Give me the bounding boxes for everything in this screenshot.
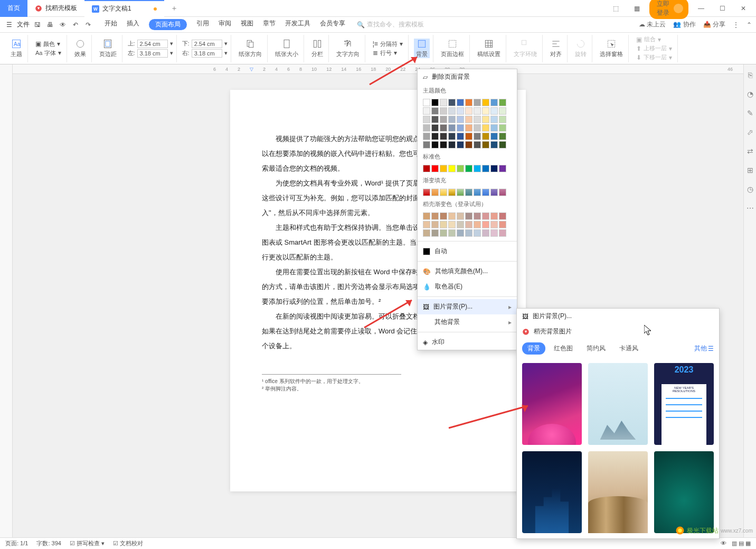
- filter-other[interactable]: 其他 ☰: [694, 344, 714, 353]
- file-menu[interactable]: 文件: [17, 20, 30, 29]
- docer-background-option[interactable]: 稻壳背景图片: [517, 324, 719, 339]
- new-tab-button[interactable]: ＋: [164, 4, 184, 13]
- bg-thumb-6[interactable]: [654, 451, 714, 533]
- line-numbers-button[interactable]: ≣ 行号▾: [371, 49, 405, 57]
- style-icon[interactable]: ◔: [747, 90, 753, 98]
- margin-right-input[interactable]: 右:3.18 cm▾: [182, 49, 228, 58]
- view-mode-icon[interactable]: 👁: [721, 540, 726, 547]
- align-button[interactable]: 对齐: [548, 39, 564, 58]
- footnotes: ¹ office 系列软件中的一款，用于处理文字。 ² 举例脚注内容。: [262, 374, 401, 393]
- filter-background[interactable]: 背景: [522, 342, 545, 355]
- theme-color-grid[interactable]: [418, 97, 517, 151]
- menu-icon[interactable]: ☰: [4, 21, 14, 29]
- tools-icon[interactable]: ⊞: [747, 166, 753, 174]
- bg-thumb-5[interactable]: [588, 451, 648, 533]
- grid-paper-button[interactable]: 稿纸设置: [475, 39, 503, 58]
- eyedropper-item[interactable]: 💧取色器(E): [418, 279, 517, 294]
- preview-icon[interactable]: 👁: [58, 21, 68, 29]
- margin-left-input[interactable]: 左:3.18 cm▾: [128, 49, 173, 58]
- orientation-button[interactable]: 纸张方向: [237, 39, 264, 58]
- more-icon[interactable]: ⋮: [733, 21, 739, 29]
- bg-thumb-4[interactable]: [522, 451, 582, 533]
- paper-size-button[interactable]: 纸张大小: [273, 39, 300, 58]
- font-button[interactable]: Aa 字体▾: [33, 49, 63, 57]
- tab-page-layout[interactable]: 页面布局: [149, 19, 187, 30]
- other-background-item[interactable]: 其他背景▸: [418, 314, 517, 330]
- background-thumbnails: 2023NEW YEAR'S RESOLUTIONS: [517, 358, 719, 538]
- columns-button[interactable]: 分栏: [309, 39, 325, 58]
- tab-insert[interactable]: 插入: [127, 19, 139, 30]
- collapse-ribbon-icon[interactable]: ⌃: [746, 21, 752, 29]
- status-bar: 页面: 1/1 字数: 394 ☑ 拼写检查 ▾ ☑ 文档校对 👁 ▥ ▤ ▦: [0, 537, 756, 549]
- margins-button[interactable]: 页边距: [97, 39, 119, 58]
- undo-icon[interactable]: ↶: [71, 21, 80, 29]
- bg-thumb-3[interactable]: 2023NEW YEAR'S RESOLUTIONS: [654, 363, 714, 445]
- apps-icon[interactable]: ▦: [628, 5, 645, 12]
- maximize-button[interactable]: ☐: [714, 5, 731, 12]
- layout-icons[interactable]: ▥ ▤ ▦: [732, 540, 751, 547]
- collab-button[interactable]: 👥 协作: [673, 20, 695, 29]
- bring-forward-button[interactable]: ⬆ 上移一层▾: [634, 44, 674, 52]
- send-backward-button[interactable]: ⬇ 下移一层▾: [634, 53, 674, 61]
- more-colors-item[interactable]: 🎨其他填充颜色(M)...: [418, 264, 517, 279]
- margin-top-input[interactable]: 上:2.54 cm▾: [128, 40, 173, 48]
- tab-document[interactable]: W 文字文稿1: [84, 0, 164, 17]
- edit-icon[interactable]: ✎: [747, 109, 753, 117]
- margin-bottom-input[interactable]: 下:2.54 cm▾: [182, 40, 228, 48]
- gradient-row[interactable]: [418, 187, 517, 198]
- tab-references[interactable]: 引用: [196, 19, 209, 30]
- bg-thumb-2[interactable]: [588, 363, 648, 445]
- font-color-button[interactable]: ▣ 颜色▾: [33, 40, 63, 48]
- svg-text:字: 字: [344, 40, 351, 46]
- standard-color-row[interactable]: [418, 163, 517, 174]
- picture-background-option[interactable]: 🖼图片背景(P)...: [517, 309, 719, 324]
- print-icon[interactable]: 🖶: [45, 21, 55, 29]
- watermark-item[interactable]: ◈水印: [418, 334, 517, 350]
- tab-review[interactable]: 审阅: [219, 19, 231, 30]
- picture-background-item[interactable]: 🖼图片背景(P)...▸: [418, 299, 517, 314]
- pin-icon[interactable]: ⎘: [748, 71, 752, 79]
- spell-check[interactable]: ☑ 拼写检查 ▾: [70, 539, 105, 547]
- filter-minimal[interactable]: 简约风: [581, 342, 611, 355]
- background-button[interactable]: 背景: [414, 39, 430, 58]
- share-button[interactable]: 📤 分享: [703, 20, 725, 29]
- rotate-button[interactable]: 旋转: [573, 39, 589, 58]
- tab-developer[interactable]: 开发工具: [285, 19, 310, 30]
- filter-cartoon[interactable]: 卡通风: [614, 342, 644, 355]
- text-direction-button[interactable]: 字文字方向: [334, 39, 362, 58]
- save-icon[interactable]: 🖫: [33, 21, 42, 29]
- command-search[interactable]: 🔍 查找命令、搜索模板: [357, 20, 424, 29]
- tab-templates[interactable]: 找稻壳模板: [27, 0, 84, 17]
- settings-icon[interactable]: ⇄: [747, 147, 753, 155]
- word-count[interactable]: 字数: 394: [36, 539, 61, 547]
- remove-background-item[interactable]: ▱删除页面背景: [418, 69, 517, 85]
- text-wrap-button[interactable]: 文字环绕: [512, 39, 539, 58]
- filter-red[interactable]: 红色图: [549, 342, 578, 355]
- breaks-button[interactable]: ¦≡ 分隔符▾: [371, 40, 405, 48]
- more-tools-icon[interactable]: ⋯: [746, 204, 754, 212]
- page-indicator[interactable]: 页面: 1/1: [5, 539, 28, 547]
- auto-color-item[interactable]: 自动: [418, 244, 517, 259]
- effects-button[interactable]: 效果: [72, 39, 88, 58]
- tab-view[interactable]: 视图: [241, 19, 253, 30]
- minimize-button[interactable]: —: [693, 5, 710, 12]
- docer-gradient-grid[interactable]: [418, 210, 517, 239]
- tab-member[interactable]: 会员专享: [320, 19, 345, 30]
- tab-start[interactable]: 开始: [105, 19, 117, 30]
- clock-icon[interactable]: ◷: [747, 185, 753, 193]
- filter-pills: 背景 红色图 简约风 卡通风 其他 ☰: [517, 339, 719, 358]
- login-button[interactable]: 立即登录: [649, 0, 688, 19]
- tab-sections[interactable]: 章节: [263, 19, 276, 30]
- group-button[interactable]: ▣ 组合▾: [634, 35, 674, 43]
- proofread[interactable]: ☑ 文档校对: [113, 539, 143, 547]
- redo-icon[interactable]: ↷: [83, 21, 93, 29]
- page-border-button[interactable]: 页面边框: [439, 39, 466, 58]
- theme-button[interactable]: Aa主题: [8, 39, 24, 58]
- selection-pane-button[interactable]: 选择窗格: [598, 39, 625, 58]
- reading-layout-icon[interactable]: ⬚: [607, 5, 624, 12]
- tab-home[interactable]: 首页: [0, 0, 27, 17]
- close-button[interactable]: ✕: [735, 5, 752, 12]
- select-icon[interactable]: ⬀: [747, 128, 753, 136]
- bg-thumb-1[interactable]: [522, 363, 582, 445]
- cloud-status[interactable]: ☁ 未上云: [639, 20, 666, 29]
